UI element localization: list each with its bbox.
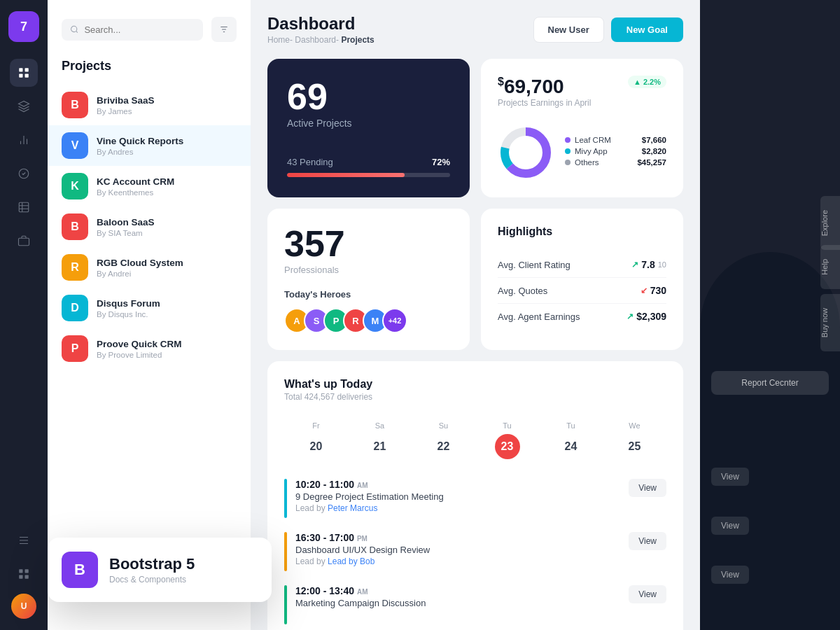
calendar-section: What's up Today Total 424,567 deliveries… [267, 361, 683, 630]
svg-rect-6 [19, 575, 22, 579]
help-tab[interactable]: Help [820, 245, 840, 289]
main-content: Dashboard Home- Dashboard- Projects New … [251, 0, 700, 630]
project-name: Disqus Forum [97, 298, 237, 309]
currency-symbol: $ [498, 76, 504, 88]
view-button-2[interactable]: View [711, 517, 749, 535]
sidebar-item-settings[interactable] [10, 526, 38, 554]
highlight-row: Avg. Quotes ↙ 730 [498, 278, 666, 304]
new-goal-button[interactable]: New Goal [611, 18, 683, 42]
project-logo: R [62, 254, 88, 281]
day-name: We [606, 421, 664, 430]
active-projects-card: 69 Active Projects 43 Pending 72% [267, 59, 470, 197]
event-view-button[interactable]: View [629, 532, 666, 550]
sidebar-item-check[interactable] [10, 160, 38, 188]
project-info: RGB Cloud System By Andrei [97, 258, 237, 278]
legend-label-text: Mivy App [575, 147, 608, 155]
earnings-subtitle: Projects Earnings in April [498, 98, 591, 108]
project-item[interactable]: B Baloon SaaS By SIA Team [48, 206, 251, 247]
donut-chart [498, 125, 554, 181]
search-box[interactable] [62, 19, 203, 41]
day-name: Su [414, 421, 472, 430]
view-button-3[interactable]: View [711, 566, 749, 584]
project-item[interactable]: B Briviba SaaS By James [48, 85, 251, 125]
project-by: By James [97, 107, 237, 115]
bootstrap-logo: B [62, 552, 98, 588]
explore-tab[interactable]: Explore [820, 196, 840, 250]
project-name: Baloon SaaS [97, 217, 237, 227]
filter-icon [219, 24, 229, 34]
project-list: B Briviba SaaS By James V Vine Quick Rep… [48, 85, 251, 369]
project-logo: D [62, 295, 88, 321]
event-details: 16:30 - 17:00 PM Dashboard UI/UX Design … [295, 532, 620, 566]
project-item[interactable]: V Vine Quick Reports By Andres [48, 125, 251, 166]
highlight-name: Avg. Client Rating [498, 260, 570, 270]
view-button-1[interactable]: View [711, 468, 749, 486]
project-item[interactable]: R RGB Cloud System By Andrei [48, 247, 251, 288]
heroes-label: Today's Heroes [284, 289, 453, 300]
svg-rect-2 [19, 74, 22, 78]
calendar-day[interactable]: Su 22 [412, 416, 475, 465]
project-name: Proove Quick CRM [97, 339, 237, 349]
sidebar-item-chart[interactable] [10, 126, 38, 154]
project-by: By Disqus Inc. [97, 310, 237, 318]
sidebar-item-layers[interactable] [10, 92, 38, 120]
day-number: 22 [431, 434, 456, 459]
buy-now-tab[interactable]: Buy now [820, 294, 840, 351]
project-item[interactable]: D Disqus Forum By Disqus Inc. [48, 288, 251, 328]
bootstrap-subtitle: Docs & Components [109, 575, 195, 584]
active-projects-label: Active Projects [287, 118, 450, 129]
event-item: 16:30 - 17:00 PM Dashboard UI/UX Design … [284, 532, 666, 571]
calendar-day[interactable]: Tu 24 [539, 416, 603, 465]
event-bar [284, 585, 287, 624]
projects-panel: Projects B Briviba SaaS By James V Vine … [48, 0, 251, 630]
event-item: 10:20 - 11:00 AM 9 Degree Project Estima… [284, 479, 666, 518]
project-name: RGB Cloud System [97, 258, 237, 268]
day-number: 21 [368, 434, 393, 459]
day-name: Tu [542, 421, 600, 430]
project-info: Vine Quick Reports By Andres [97, 136, 237, 156]
project-name: KC Account CRM [97, 176, 237, 187]
event-ampm: AM [357, 588, 368, 596]
sidebar-item-stack[interactable] [10, 193, 38, 221]
right-panel: Report Cecnter View View View Explore He… [700, 0, 840, 630]
report-center-button[interactable]: Report Cecnter [711, 371, 829, 395]
event-view-button[interactable]: View [629, 585, 666, 603]
legend-mivy-val: $2,820 [642, 147, 666, 155]
professionals-card: 357 Professionals Today's Heroes ASPRM+4… [267, 209, 470, 350]
project-info: Proove Quick CRM By Proove Limited [97, 339, 237, 359]
sidebar-item-briefcase[interactable] [10, 227, 38, 255]
event-ampm: AM [357, 482, 368, 489]
day-number: 24 [559, 434, 584, 459]
svg-rect-1 [25, 68, 29, 71]
event-lead-link[interactable]: Peter Marcus [328, 503, 377, 513]
legend-leaf-crm: Leaf CRM $7,660 [565, 136, 666, 144]
filter-button[interactable] [211, 17, 237, 42]
event-time: 16:30 - 17:00 PM [295, 532, 620, 543]
heroes-avatars: ASPRM+42 [284, 308, 453, 333]
event-lead: Lead by Lead by Bob [295, 556, 620, 566]
svg-rect-0 [19, 68, 22, 71]
project-logo: P [62, 335, 88, 362]
event-view-button[interactable]: View [629, 479, 666, 497]
event-name: Marketing Campaign Discussion [295, 598, 620, 608]
project-item[interactable]: P Proove Quick CRM By Proove Limited [48, 328, 251, 369]
project-name: Briviba SaaS [97, 95, 237, 106]
calendar-day[interactable]: Fr 20 [284, 416, 348, 465]
event-details: 10:20 - 11:00 AM 9 Degree Project Estima… [295, 479, 620, 513]
sidebar-item-grid[interactable] [10, 59, 38, 87]
event-ampm: PM [357, 535, 368, 542]
search-input[interactable] [84, 24, 195, 35]
pending-percentage: 72% [432, 157, 450, 167]
sidebar-item-grid2[interactable] [10, 560, 38, 588]
calendar-day[interactable]: Sa 21 [348, 416, 412, 465]
right-panel-content: Report Cecnter View View View [700, 0, 840, 28]
legend-label-text: Leaf CRM [575, 136, 611, 144]
calendar-day[interactable]: Tu 23 [475, 416, 539, 465]
highlight-name: Avg. Agent Earnings [498, 312, 580, 322]
calendar-day[interactable]: We 25 [603, 416, 666, 465]
event-lead-link[interactable]: Lead by Bob [328, 556, 374, 566]
search-area [48, 11, 251, 53]
new-user-button[interactable]: New User [533, 17, 604, 43]
project-item[interactable]: K KC Account CRM By Keenthemes [48, 166, 251, 206]
bottom-avatar[interactable]: U [11, 594, 36, 619]
